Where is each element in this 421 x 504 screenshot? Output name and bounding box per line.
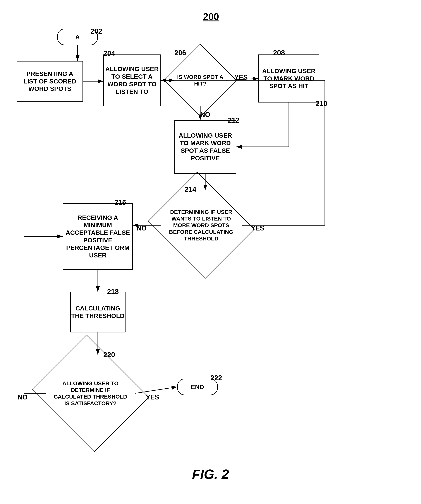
label-no-206: NO [200, 111, 210, 119]
label-no-214: NO [136, 224, 147, 232]
node-204: ALLOWING USER TO SELECT A WORD SPOT TO L… [103, 54, 160, 106]
label-220: 220 [103, 351, 115, 359]
diagram-container: 200 A 202 PRESENTING ALIST OF SCOREDWORD… [0, 0, 421, 504]
label-214: 214 [184, 186, 196, 193]
diagram-title: 200 [203, 11, 219, 22]
node-206: IS WORD SPOT A HIT? [174, 54, 226, 106]
label-208: 208 [273, 49, 285, 57]
label-210: 210 [316, 100, 327, 108]
node-216: RECEIVING A MINIMUM ACCEPTABLE FALSE POS… [63, 203, 133, 270]
fig-number: FIG. 2 [192, 467, 229, 482]
node-present: PRESENTING ALIST OF SCOREDWORD SPOTS [17, 61, 83, 102]
label-206: 206 [174, 49, 186, 57]
node-208: ALLOWING USER TO MARK WORD SPOT AS HIT [258, 54, 319, 102]
label-218: 218 [107, 288, 119, 296]
label-222: 222 [210, 374, 222, 382]
label-no-220: NO [18, 393, 28, 401]
label-yes-214: YES [251, 224, 264, 232]
label-204: 204 [103, 49, 115, 57]
node-212: ALLOWING USER TO MARK WORD SPOT AS FALSE… [174, 120, 236, 174]
label-202: 202 [90, 27, 102, 35]
label-212: 212 [228, 116, 240, 124]
node-214: DETERMINING IF USER WANTS TO LISTEN TO M… [160, 190, 242, 260]
node-218: CALCULATING THE THRESHOLD [70, 292, 125, 332]
node-220: ALLOWING USER TO DETERMINE IF CALCULATED… [46, 354, 135, 432]
label-yes-206: YES [234, 73, 248, 81]
label-yes-220: YES [146, 393, 159, 401]
label-216: 216 [114, 198, 126, 206]
